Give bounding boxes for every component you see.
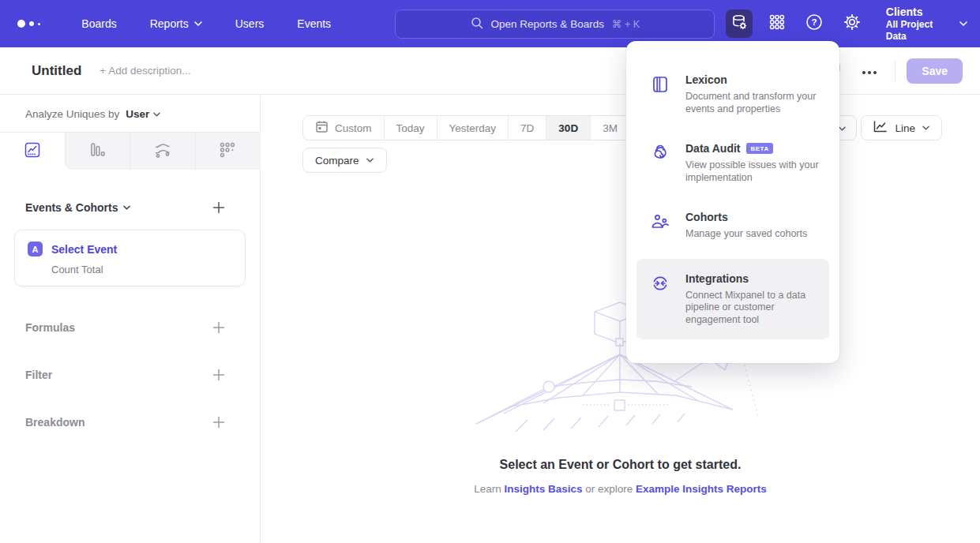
dots-grid-tab-icon [218, 140, 237, 163]
nav-boards-label: Boards [81, 17, 116, 30]
nav-reports[interactable]: Reports [150, 17, 202, 30]
search-shortcut: ⌘ + K [612, 18, 640, 30]
compare-label: Compare [315, 155, 359, 167]
learn-prefix: Learn [474, 483, 504, 495]
range-yesterday[interactable]: Yesterday [437, 116, 509, 140]
nav-events-label: Events [297, 17, 331, 30]
menu-item-lexicon[interactable]: Lexicon Document and transform your even… [626, 60, 839, 129]
select-event-button[interactable]: Select Event [51, 243, 117, 256]
integrations-title: Integrations [685, 272, 749, 285]
nav-right-cluster: ? Clients All Project Data [715, 6, 980, 43]
date-range-segmented-control: Custom Today Yesterday 7D 30D 3M 6M [302, 115, 670, 140]
filter-label: Filter [25, 369, 52, 381]
add-breakdown-button[interactable] [212, 416, 225, 429]
formulas-label: Formulas [25, 321, 75, 334]
data-audit-description: View possible issues with your implement… [685, 159, 824, 184]
nav-boards[interactable]: Boards [81, 17, 116, 30]
add-formula-button[interactable] [212, 321, 225, 334]
range-custom-label: Custom [335, 122, 372, 134]
global-search-input[interactable]: Open Reports & Boards ⌘ + K [395, 9, 715, 39]
beta-badge: BETA [746, 143, 772, 154]
empty-state-subtitle: Learn Insights Basics or explore Example… [261, 483, 980, 495]
formulas-section: Formulas [25, 321, 225, 334]
nav-events[interactable]: Events [297, 17, 331, 30]
ellipsis-icon [862, 64, 877, 78]
date-range-row: Custom Today Yesterday 7D 30D 3M 6M [302, 115, 670, 140]
analyze-value-label: User [126, 108, 149, 120]
chevron-down-icon [123, 205, 131, 210]
mixpanel-logo-icon[interactable] [17, 18, 43, 29]
compare-dropdown[interactable]: Compare [302, 148, 387, 173]
range-today[interactable]: Today [384, 116, 437, 140]
tab-flows[interactable] [130, 133, 195, 170]
nav-users-label: Users [235, 17, 265, 30]
data-audit-title: Data Audit [685, 142, 740, 155]
chart-type-label: Line [895, 122, 915, 134]
report-description-field[interactable]: + Add description... [100, 65, 190, 77]
flows-tab-icon [153, 140, 172, 163]
analyze-prefix-label: Analyze Uniques by [25, 108, 119, 120]
events-cohorts-dropdown[interactable]: Events & Cohorts [25, 201, 131, 214]
lexicon-title: Lexicon [685, 73, 727, 86]
menu-item-cohorts[interactable]: Cohorts Manage your saved cohorts [626, 197, 839, 254]
breakdown-label: Breakdown [25, 416, 84, 429]
chevron-down-icon [153, 112, 161, 117]
chart-type-tabs [0, 132, 260, 170]
gear-icon [843, 13, 862, 35]
cohorts-title: Cohorts [685, 211, 728, 223]
range-custom[interactable]: Custom [303, 116, 384, 140]
line-chart-tab-icon [23, 140, 42, 163]
query-sidebar: Analyze Uniques by User Events & Cohorts [0, 95, 261, 543]
project-switcher[interactable]: Clients All Project Data [886, 6, 967, 43]
svg-text:?: ? [812, 17, 817, 27]
nav-users[interactable]: Users [235, 17, 265, 30]
lexicon-book-icon [651, 75, 670, 94]
top-nav: Boards Reports Users Events Open Reports… [0, 0, 980, 47]
integrations-sync-icon [651, 274, 670, 293]
mixpanel-app: Boards Reports Users Events Open Reports… [0, 0, 980, 543]
report-title[interactable]: Untitled [32, 63, 81, 79]
lexicon-description: Document and transform your events and p… [685, 91, 824, 115]
report-canvas: Custom Today Yesterday 7D 30D 3M 6M Comp… [261, 95, 980, 543]
chevron-down-icon [839, 126, 847, 131]
menu-item-data-audit[interactable]: Data Audit BETA View possible issues wit… [626, 129, 839, 197]
menu-item-integrations[interactable]: Integrations Connect Mixpanel to a data … [636, 259, 829, 340]
chart-type-dropdown[interactable]: Line [861, 115, 942, 140]
chevron-down-icon [922, 125, 930, 130]
more-options-button[interactable] [858, 60, 880, 82]
or-explore-text: or explore [582, 483, 636, 495]
header-divider [895, 61, 896, 81]
nav-reports-label: Reports [150, 17, 189, 30]
example-insights-reports-link[interactable]: Example Insights Reports [636, 483, 767, 495]
database-gear-icon [730, 13, 749, 35]
insights-basics-link[interactable]: Insights Basics [504, 483, 582, 495]
range-30d[interactable]: 30D [546, 116, 590, 140]
event-card[interactable]: A Select Event Count Total [14, 230, 246, 286]
tab-insights-line[interactable] [0, 133, 65, 170]
filter-section: Filter [25, 369, 225, 381]
breakdown-section: Breakdown [25, 416, 225, 429]
event-letter-badge: A [28, 242, 43, 257]
analyze-uniques-dropdown[interactable]: Analyze Uniques by User [25, 108, 260, 120]
integrations-description: Connect Mixpanel to a data pipeline or c… [685, 290, 817, 327]
bar-chart-tab-icon [88, 140, 107, 163]
apps-grid-button[interactable] [764, 9, 790, 38]
project-name: All Project Data [886, 19, 950, 43]
add-filter-button[interactable] [212, 369, 225, 381]
range-7d[interactable]: 7D [508, 116, 546, 140]
cohorts-description: Manage your saved cohorts [685, 228, 824, 241]
grid-icon [768, 13, 787, 35]
settings-button[interactable] [839, 9, 865, 38]
help-button[interactable]: ? [802, 9, 828, 38]
tab-retention-grid[interactable] [195, 133, 261, 170]
event-metric-dropdown[interactable]: Count Total [51, 264, 232, 275]
save-button[interactable]: Save [907, 58, 963, 84]
search-icon [471, 17, 483, 32]
add-event-button[interactable] [212, 201, 225, 214]
chevron-down-icon [194, 21, 202, 26]
data-audit-lock-icon [651, 144, 670, 163]
data-management-button[interactable] [726, 9, 753, 38]
range-3m[interactable]: 3M [590, 116, 629, 140]
chevron-down-icon [366, 158, 374, 163]
tab-bar-chart[interactable] [65, 133, 130, 170]
